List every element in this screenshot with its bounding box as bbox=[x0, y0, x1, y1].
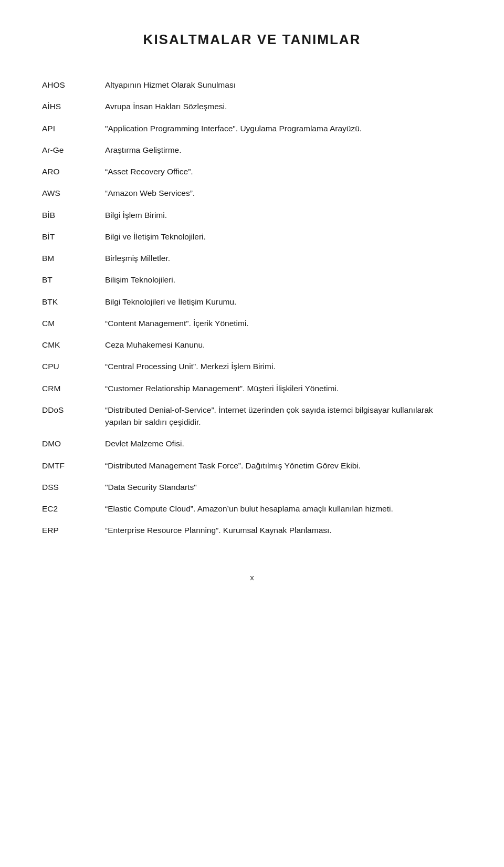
abbreviation-cell: DMO bbox=[42, 433, 105, 454]
definition-cell: “Distributed Denial-of-Service”. İnterne… bbox=[105, 399, 462, 433]
definition-cell: Araştırma Geliştirme. bbox=[105, 139, 462, 161]
definition-cell: “Content Management”. İçerik Yönetimi. bbox=[105, 312, 462, 334]
page-title: KISALTMALAR VE TANIMLAR bbox=[42, 32, 462, 48]
table-row: DMODevlet Malzeme Ofisi. bbox=[42, 433, 462, 454]
abbreviation-cell: BM bbox=[42, 247, 105, 269]
definition-cell: "Application Programming Interface". Uyg… bbox=[105, 118, 462, 139]
abbreviation-cell: BTK bbox=[42, 291, 105, 312]
table-row: API"Application Programming Interface". … bbox=[42, 118, 462, 139]
definition-cell: Ceza Muhakemesi Kanunu. bbox=[105, 334, 462, 356]
table-row: CMKCeza Muhakemesi Kanunu. bbox=[42, 334, 462, 356]
abbreviation-cell: CPU bbox=[42, 356, 105, 377]
table-row: AHOSAltyapının Hizmet Olarak Sunulması bbox=[42, 74, 462, 96]
abbreviation-cell: AWS bbox=[42, 182, 105, 204]
table-row: DDoS“Distributed Denial-of-Service”. İnt… bbox=[42, 399, 462, 433]
table-row: ERP“Enterprise Resource Planning”. Kurum… bbox=[42, 519, 462, 541]
abbreviation-cell: API bbox=[42, 118, 105, 139]
abbreviation-cell: BİT bbox=[42, 226, 105, 247]
definition-cell: “Central Processing Unit”. Merkezi İşlem… bbox=[105, 356, 462, 377]
abbreviation-cell: BİB bbox=[42, 204, 105, 226]
abbreviation-cell: DSS bbox=[42, 476, 105, 498]
abbreviation-cell: CM bbox=[42, 312, 105, 334]
table-row: Ar-GeAraştırma Geliştirme. bbox=[42, 139, 462, 161]
definition-cell: “Asset Recovery Office”. bbox=[105, 161, 462, 182]
abbreviation-cell: AHOS bbox=[42, 74, 105, 96]
table-row: CRM“Customer Relationship Management”. M… bbox=[42, 378, 462, 399]
abbreviation-cell: DMTF bbox=[42, 455, 105, 476]
abbreviation-cell: EC2 bbox=[42, 498, 105, 519]
abbreviation-cell: CMK bbox=[42, 334, 105, 356]
definition-cell: Altyapının Hizmet Olarak Sunulması bbox=[105, 74, 462, 96]
table-row: AWS“Amazon Web Services”. bbox=[42, 182, 462, 204]
table-row: CM“Content Management”. İçerik Yönetimi. bbox=[42, 312, 462, 334]
definition-cell: Bilgi Teknolojileri ve İletişim Kurumu. bbox=[105, 291, 462, 312]
table-row: EC2“Elastic Compute Cloud”. Amazon’un bu… bbox=[42, 498, 462, 519]
definition-cell: “Elastic Compute Cloud”. Amazon’un bulut… bbox=[105, 498, 462, 519]
table-row: BİBBilgi İşlem Birimi. bbox=[42, 204, 462, 226]
definition-cell: “Amazon Web Services”. bbox=[105, 182, 462, 204]
abbreviation-cell: AİHS bbox=[42, 96, 105, 117]
definition-cell: Devlet Malzeme Ofisi. bbox=[105, 433, 462, 454]
definition-cell: “Customer Relationship Management”. Müşt… bbox=[105, 378, 462, 399]
table-row: CPU“Central Processing Unit”. Merkezi İş… bbox=[42, 356, 462, 377]
abbreviation-cell: ARO bbox=[42, 161, 105, 182]
abbreviation-cell: DDoS bbox=[42, 399, 105, 433]
abbreviation-cell: Ar-Ge bbox=[42, 139, 105, 161]
page-footer: x bbox=[42, 573, 462, 582]
table-row: ARO“Asset Recovery Office”. bbox=[42, 161, 462, 182]
definition-cell: Avrupa İnsan Hakları Sözleşmesi. bbox=[105, 96, 462, 117]
abbreviations-table: AHOSAltyapının Hizmet Olarak SunulmasıAİ… bbox=[42, 74, 462, 541]
definition-cell: Bilgi İşlem Birimi. bbox=[105, 204, 462, 226]
table-row: BTBilişim Teknolojileri. bbox=[42, 269, 462, 290]
table-row: AİHSAvrupa İnsan Hakları Sözleşmesi. bbox=[42, 96, 462, 117]
table-row: BMBirleşmiş Milletler. bbox=[42, 247, 462, 269]
table-row: DSS"Data Security Standarts" bbox=[42, 476, 462, 498]
definition-cell: “Enterprise Resource Planning”. Kurumsal… bbox=[105, 519, 462, 541]
abbreviation-cell: ERP bbox=[42, 519, 105, 541]
abbreviation-cell: CRM bbox=[42, 378, 105, 399]
table-row: DMTF“Distributed Management Task Force”.… bbox=[42, 455, 462, 476]
abbreviation-cell: BT bbox=[42, 269, 105, 290]
definition-cell: Bilişim Teknolojileri. bbox=[105, 269, 462, 290]
definition-cell: Bilgi ve İletişim Teknolojileri. bbox=[105, 226, 462, 247]
definition-cell: “Distributed Management Task Force”. Dağ… bbox=[105, 455, 462, 476]
definition-cell: Birleşmiş Milletler. bbox=[105, 247, 462, 269]
definition-cell: "Data Security Standarts" bbox=[105, 476, 462, 498]
table-row: BİTBilgi ve İletişim Teknolojileri. bbox=[42, 226, 462, 247]
table-row: BTKBilgi Teknolojileri ve İletişim Kurum… bbox=[42, 291, 462, 312]
